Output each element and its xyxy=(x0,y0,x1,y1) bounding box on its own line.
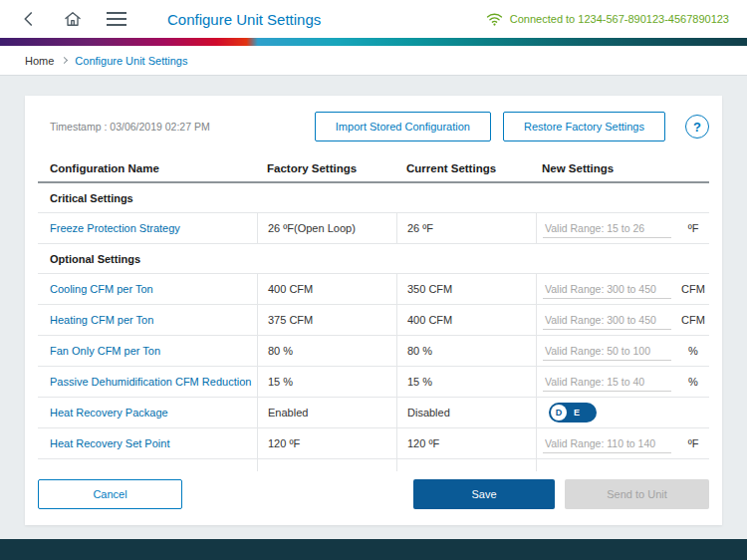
unit-label: CFM xyxy=(677,305,709,335)
section-row: Optional Settings xyxy=(38,244,709,274)
save-button[interactable]: Save xyxy=(413,479,555,509)
current-value: 400 CFM xyxy=(396,305,536,335)
setting-name-link[interactable]: Heat Recovery Package xyxy=(50,407,168,419)
new-setting-input[interactable] xyxy=(543,311,671,330)
setting-name-link[interactable]: Heat Recovery Set Point xyxy=(50,437,169,449)
new-setting-cell xyxy=(536,367,677,397)
table-row: Freeze Protection Strategy26 ºF(Open Loo… xyxy=(38,213,709,244)
brand-stripe xyxy=(0,38,747,46)
new-setting-input[interactable] xyxy=(543,434,671,453)
settings-panel: Timestamp : 03/06/2019 02:27 PM Import S… xyxy=(25,96,722,525)
panel-footer: Cancel Save Send to Unit xyxy=(38,479,709,509)
restore-factory-button[interactable]: Restore Factory Settings xyxy=(503,112,665,141)
toolbar-buttons: Import Stored Configuration Restore Fact… xyxy=(315,112,709,141)
breadcrumb-home[interactable]: Home xyxy=(25,55,54,67)
col-header-configuration-name: Configuration Name xyxy=(38,155,257,181)
section-row: Critical Settings xyxy=(38,183,709,213)
setting-name-cell: Passive Dehumidification CFM Reduction xyxy=(38,367,257,397)
current-value: 120 ºF xyxy=(396,428,536,458)
setting-name-cell: Heat Recovery Set Point xyxy=(38,428,257,458)
main-area: Timestamp : 03/06/2019 02:27 PM Import S… xyxy=(0,76,747,539)
factory-value: Enabled xyxy=(257,398,396,427)
menu-button[interactable] xyxy=(102,4,131,34)
table-header-row: Configuration Name Factory Settings Curr… xyxy=(38,155,709,183)
factory-value: 375 CFM xyxy=(257,305,396,335)
bottom-bar xyxy=(0,539,747,560)
top-bar-right: Connected to 1234-567-890123-4567890123 xyxy=(486,12,729,26)
new-setting-cell xyxy=(536,336,677,366)
toggle-on-label: E xyxy=(574,408,580,418)
unit-label: % xyxy=(677,367,709,397)
unit-label: % xyxy=(677,336,709,366)
unit-label: ºF xyxy=(677,428,709,458)
setting-name-link[interactable]: Heating CFM per Ton xyxy=(50,314,153,326)
heat-recovery-toggle[interactable]: DE xyxy=(549,403,597,422)
setting-name-link[interactable]: Cooling CFM per Ton xyxy=(50,283,153,295)
help-icon[interactable]: ? xyxy=(685,115,709,139)
unit-label: CFM xyxy=(677,274,709,304)
send-to-unit-button[interactable]: Send to Unit xyxy=(565,479,709,509)
breadcrumb-current: Configure Unit Settings xyxy=(75,55,187,67)
setting-name-link[interactable]: Passive Dehumidification CFM Reduction xyxy=(50,376,251,388)
setting-name-link[interactable]: Fan Only CFM per Ton xyxy=(50,345,160,357)
new-setting-input[interactable] xyxy=(543,373,671,392)
table-row: Heat Recovery Set Point120 ºF120 ºFºF xyxy=(38,428,709,459)
new-setting-cell xyxy=(536,305,677,335)
setting-name-cell: Heating CFM per Ton xyxy=(38,305,257,335)
import-config-button[interactable]: Import Stored Configuration xyxy=(315,112,491,141)
new-setting-input[interactable] xyxy=(543,342,671,361)
new-setting-cell xyxy=(536,274,677,304)
home-icon xyxy=(63,9,83,29)
current-value: 350 CFM xyxy=(396,274,536,304)
table-row: Fan Only CFM per Ton80 %80 %% xyxy=(38,336,709,367)
current-value: 15 % xyxy=(396,367,536,397)
unit-label: ºF xyxy=(677,213,709,243)
app: Configure Unit Settings Connected to 123… xyxy=(0,0,747,560)
table-row: Cooling CFM per Ton400 CFM350 CFMCFM xyxy=(38,274,709,305)
new-setting-input[interactable] xyxy=(543,219,671,238)
factory-value: 80 % xyxy=(257,336,396,366)
top-bar-left: Configure Unit Settings xyxy=(14,4,321,34)
hamburger-icon xyxy=(107,11,126,27)
new-setting-cell xyxy=(536,213,677,243)
section-title: Critical Settings xyxy=(38,183,257,212)
factory-value: 26 ºF(Open Loop) xyxy=(257,213,396,243)
table-row: Heat Recovery PackageEnabledDisabledDE xyxy=(38,398,709,428)
table-row: Heating CFM per Ton375 CFM400 CFMCFM xyxy=(38,305,709,336)
current-value: Disabled xyxy=(396,398,536,427)
new-setting-cell xyxy=(536,428,677,458)
col-header-factory-settings: Factory Settings xyxy=(257,155,396,181)
breadcrumb: Home Configure Unit Settings xyxy=(0,46,747,76)
new-setting-input[interactable] xyxy=(543,280,671,299)
partial-row xyxy=(38,459,709,471)
setting-name-link[interactable]: Freeze Protection Strategy xyxy=(50,222,180,234)
col-header-new-settings: New Settings xyxy=(536,155,677,181)
back-chevron-icon xyxy=(20,10,38,28)
toggle-knob-label: D xyxy=(551,405,567,420)
table-row: Passive Dehumidification CFM Reduction15… xyxy=(38,367,709,398)
back-button[interactable] xyxy=(14,4,44,34)
section-title: Optional Settings xyxy=(38,244,257,273)
factory-value: 15 % xyxy=(257,367,396,397)
chevron-right-icon xyxy=(61,57,68,64)
page-title: Configure Unit Settings xyxy=(167,11,321,28)
timestamp: Timestamp : 03/06/2019 02:27 PM xyxy=(38,121,210,133)
current-value: 26 ºF xyxy=(396,213,536,243)
unit-label xyxy=(677,398,709,427)
col-header-current-settings: Current Settings xyxy=(396,155,536,181)
new-setting-cell: DE xyxy=(536,398,677,427)
top-bar: Configure Unit Settings Connected to 123… xyxy=(0,0,747,38)
cancel-button[interactable]: Cancel xyxy=(38,479,182,509)
setting-name-cell: Fan Only CFM per Ton xyxy=(38,336,257,366)
settings-table-body: Critical SettingsFreeze Protection Strat… xyxy=(38,183,709,459)
home-button[interactable] xyxy=(58,4,88,34)
footer-right-buttons: Save Send to Unit xyxy=(413,479,709,509)
setting-name-cell: Cooling CFM per Ton xyxy=(38,274,257,304)
col-header-unit xyxy=(677,155,709,181)
toolbar: Timestamp : 03/06/2019 02:27 PM Import S… xyxy=(38,112,709,141)
settings-table: Configuration Name Factory Settings Curr… xyxy=(38,155,709,471)
connection-status: Connected to 1234-567-890123-4567890123 xyxy=(510,13,729,25)
setting-name-cell: Freeze Protection Strategy xyxy=(38,213,257,243)
wifi-icon xyxy=(486,12,503,26)
factory-value: 400 CFM xyxy=(257,274,396,304)
